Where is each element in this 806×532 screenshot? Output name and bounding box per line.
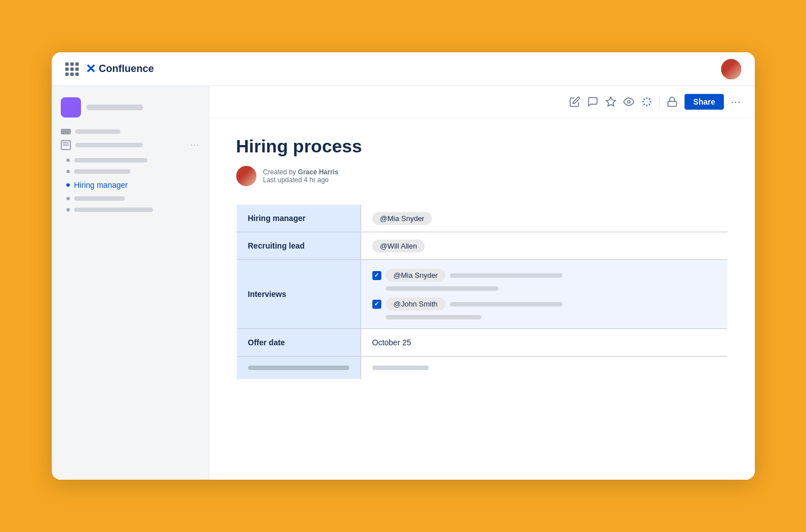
sidebar-doc-icon <box>61 140 71 150</box>
sidebar-nav-label <box>75 129 120 134</box>
table-row-interviews: Interviews ✓ @Mia Snyder <box>236 260 727 329</box>
browser-window: ✕ Confluence <box>52 52 755 480</box>
topbar-right <box>721 59 741 79</box>
apps-grid-icon[interactable] <box>65 62 79 76</box>
table-row-recruiting-lead: Recruiting lead @Will Allen <box>236 232 727 260</box>
sidebar: ··· Hiring manager <box>52 86 209 480</box>
sidebar-item-label <box>74 169 130 174</box>
bullet-icon <box>66 159 70 162</box>
svg-line-8 <box>643 104 645 105</box>
page-content: Hiring process Created by Grace Harris L… <box>209 118 755 398</box>
main-layout: ··· Hiring manager <box>52 86 755 480</box>
table-row-hiring-manager: Hiring manager @Mia Snyder <box>236 205 727 232</box>
table-label-recruiting-lead: Recruiting lead <box>236 232 361 260</box>
star-svg <box>605 96 616 107</box>
interview-item-1: ✓ @Mia Snyder <box>372 269 716 282</box>
sidebar-space-header <box>61 97 200 118</box>
recruiting-lead-tag[interactable]: @Will Allen <box>372 240 425 253</box>
last-label-bar <box>248 366 349 370</box>
sidebar-bullet-item[interactable] <box>66 158 200 163</box>
topbar-left: ✕ Confluence <box>65 62 154 76</box>
interview-item-2: ✓ @John Smith <box>372 297 716 310</box>
svg-rect-10 <box>668 101 676 106</box>
table-label-hiring-manager: Hiring manager <box>236 205 361 232</box>
sidebar-hiring-process-link[interactable]: Hiring manager <box>74 181 128 190</box>
table-row-last <box>236 357 727 380</box>
bullet-icon <box>66 208 70 211</box>
confluence-brand-name: Confluence <box>99 63 154 75</box>
interview-tag-mia[interactable]: @Mia Snyder <box>386 269 446 282</box>
table-value-interviews: ✓ @Mia Snyder ✓ @John <box>361 260 727 329</box>
sidebar-nav-label <box>75 143 143 147</box>
topbar: ✕ Confluence <box>52 52 755 86</box>
bullet-icon <box>66 170 70 173</box>
edit-icon[interactable] <box>569 96 580 107</box>
interview-line-2 <box>450 302 562 306</box>
share-button[interactable]: Share <box>685 94 724 110</box>
loader-svg <box>641 96 652 107</box>
last-value-bar <box>372 366 429 370</box>
lock-svg <box>667 96 678 107</box>
confluence-x-icon: ✕ <box>85 62 96 76</box>
svg-line-4 <box>643 98 645 100</box>
sidebar-bullet-item[interactable] <box>66 196 200 201</box>
sidebar-nav-item-pages[interactable]: ··· <box>61 140 200 150</box>
table-value-offer-date: October 25 <box>361 329 727 357</box>
sidebar-more-button[interactable]: ··· <box>190 140 199 150</box>
table-label-interviews: Interviews <box>236 260 361 329</box>
sidebar-bullet-item-hiring-process[interactable]: Hiring manager <box>66 181 200 190</box>
sidebar-home-icon <box>61 129 71 134</box>
hiring-manager-tag[interactable]: @Mia Snyder <box>372 212 433 225</box>
meta-text: Created by Grace Harris Last updated 4 h… <box>263 168 339 184</box>
checkbox-john[interactable]: ✓ <box>372 300 381 309</box>
eye-svg <box>623 96 634 107</box>
loader-icon[interactable] <box>641 96 652 107</box>
watch-icon[interactable] <box>623 96 634 107</box>
checkbox-mia[interactable]: ✓ <box>372 271 381 280</box>
svg-line-9 <box>649 98 650 100</box>
table-label-offer-date: Offer date <box>236 329 361 357</box>
table-value-hiring-manager: @Mia Snyder <box>361 205 727 232</box>
lock-icon[interactable] <box>667 96 678 107</box>
interview-tag-john[interactable]: @John Smith <box>386 297 445 310</box>
table-row-offer-date: Offer date October 25 <box>236 329 727 357</box>
meta-updated: Last updated 4 hr ago <box>263 176 339 184</box>
sidebar-nav-section: ··· <box>61 129 200 150</box>
star-icon[interactable] <box>605 96 616 107</box>
table-label-last <box>236 357 361 380</box>
meta-created-by: Created by Grace Harris <box>263 168 339 176</box>
svg-point-1 <box>627 101 630 103</box>
interview-line-1 <box>450 273 562 278</box>
more-options-button[interactable]: ··· <box>731 96 741 108</box>
page-title: Hiring process <box>236 136 728 157</box>
interview-subline-1 <box>386 286 498 291</box>
sidebar-item-label <box>74 208 153 212</box>
sidebar-item-label <box>74 196 125 201</box>
sidebar-nav-item-home[interactable] <box>61 129 200 134</box>
interview-subline-2 <box>386 315 481 319</box>
table-value-recruiting-lead: @Will Allen <box>361 232 727 260</box>
content-toolbar: Share ··· <box>209 86 755 118</box>
table-value-last <box>361 357 727 380</box>
sidebar-bullet-item[interactable] <box>66 208 200 212</box>
comment-icon[interactable] <box>587 96 598 107</box>
bullet-icon <box>66 197 70 200</box>
bullet-icon-active <box>66 183 70 187</box>
sidebar-bullet-item[interactable] <box>66 169 200 174</box>
info-table: Hiring manager @Mia Snyder Recruiting le… <box>236 204 728 380</box>
sidebar-bullet-items: Hiring manager <box>61 158 200 212</box>
sidebar-space-name <box>87 105 143 110</box>
user-avatar[interactable] <box>721 59 741 79</box>
space-icon <box>61 97 81 118</box>
offer-date-value: October 25 <box>372 338 411 347</box>
author-avatar <box>236 166 256 186</box>
confluence-logo: ✕ Confluence <box>85 62 154 76</box>
svg-line-5 <box>649 104 650 105</box>
comment-svg <box>587 96 598 107</box>
page-meta: Created by Grace Harris Last updated 4 h… <box>236 166 728 186</box>
svg-marker-0 <box>606 97 615 106</box>
content-area: Share ··· Hiring process Created by Grac… <box>209 86 755 480</box>
toolbar-divider <box>659 96 660 107</box>
sidebar-item-label <box>74 158 147 163</box>
edit-svg <box>569 96 580 107</box>
